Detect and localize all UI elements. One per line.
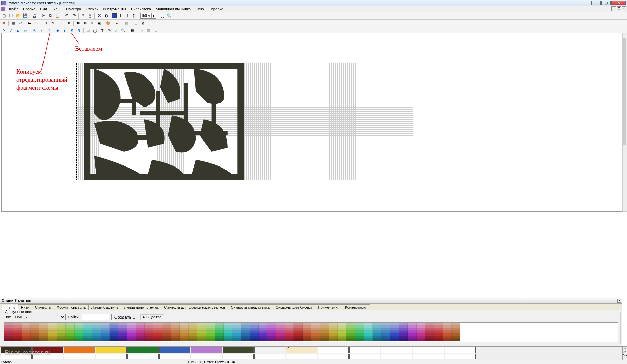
color-swatch[interactable]: [39, 333, 48, 336]
menu-вид[interactable]: Вид: [38, 7, 49, 11]
thread-swatch[interactable]: [254, 347, 285, 353]
color-swatch[interactable]: [417, 323, 425, 325]
color-swatch[interactable]: [92, 331, 101, 333]
thread-swatch-empty[interactable]: [223, 354, 254, 359]
color-swatch[interactable]: [83, 333, 92, 336]
color-swatch[interactable]: [39, 331, 48, 333]
color-swatch[interactable]: [22, 325, 31, 328]
color-swatch[interactable]: [390, 331, 399, 333]
minimize-button[interactable]: —: [591, 1, 601, 5]
color-swatch[interactable]: [13, 336, 22, 339]
bold-icon[interactable]: I: [117, 13, 124, 19]
color-swatch[interactable]: [136, 336, 145, 339]
thread-swatch[interactable]: [64, 347, 95, 353]
color-swatch[interactable]: [390, 333, 399, 336]
color-swatch[interactable]: [180, 333, 189, 336]
thread-swatch-empty[interactable]: [32, 354, 63, 359]
color-swatch[interactable]: [452, 333, 460, 336]
thread-swatch[interactable]: [223, 347, 254, 353]
fit-icon[interactable]: ⛶: [159, 13, 166, 19]
color-swatch[interactable]: [381, 331, 390, 333]
color-swatch[interactable]: [48, 325, 57, 328]
line-ne-icon[interactable]: ↗: [45, 28, 52, 34]
color-swatch[interactable]: [452, 325, 460, 328]
color-swatch[interactable]: [364, 339, 373, 341]
color-swatch[interactable]: [162, 323, 171, 325]
color-swatch[interactable]: [320, 333, 329, 336]
thread-swatch[interactable]: [381, 347, 412, 353]
palette-tab[interactable]: Нити: [18, 304, 32, 310]
color-swatch[interactable]: [232, 325, 241, 328]
color-swatch[interactable]: [346, 323, 355, 325]
color-swatch[interactable]: [294, 336, 303, 339]
vertical-scrollbar[interactable]: [622, 33, 627, 212]
color-swatch[interactable]: [127, 333, 136, 336]
color-swatch[interactable]: [110, 328, 118, 331]
color-swatch[interactable]: [224, 333, 232, 336]
special-icon[interactable]: ↯: [76, 28, 82, 34]
color-swatch[interactable]: [206, 333, 215, 336]
color-swatch[interactable]: [197, 325, 206, 328]
menu-окно[interactable]: Окно: [193, 7, 206, 11]
color-swatch[interactable]: [215, 331, 224, 333]
color-swatch[interactable]: [425, 325, 434, 328]
palette-tab[interactable]: Символы спец. стежка: [228, 304, 273, 310]
color-swatch[interactable]: [241, 331, 250, 333]
thread-swatch[interactable]: [96, 347, 127, 353]
thread-swatch-empty[interactable]: [127, 354, 159, 359]
color-swatch[interactable]: [92, 333, 101, 336]
color-swatch[interactable]: [417, 339, 425, 341]
color-swatch[interactable]: [39, 323, 48, 325]
color-swatch[interactable]: [75, 339, 83, 341]
flower-icon[interactable]: ❀: [65, 20, 72, 26]
color-swatch[interactable]: [338, 323, 346, 325]
palette-tab[interactable]: Символы для французских узелков: [161, 304, 228, 310]
thread-swatch-empty[interactable]: [349, 354, 380, 359]
convert-icon[interactable]: ↔: [114, 20, 121, 26]
thread-swatch[interactable]: [32, 347, 63, 353]
color-swatch[interactable]: [189, 331, 197, 333]
color-swatch[interactable]: [338, 325, 346, 328]
color-swatch[interactable]: [311, 331, 320, 333]
color-swatch[interactable]: [241, 339, 250, 341]
thread-swatch[interactable]: [445, 347, 476, 353]
color-swatch[interactable]: [303, 323, 311, 325]
color-swatch[interactable]: [162, 331, 171, 333]
color-swatch[interactable]: [355, 323, 364, 325]
color-swatch[interactable]: [267, 331, 276, 333]
new-multi-icon[interactable]: ❐: [8, 13, 15, 19]
color-swatch[interactable]: [408, 336, 417, 339]
color-swatch[interactable]: [83, 328, 92, 331]
color-swatch[interactable]: [311, 325, 320, 328]
color-swatch[interactable]: [294, 333, 303, 336]
color-swatch[interactable]: [118, 339, 127, 341]
color-swatch[interactable]: [355, 333, 364, 336]
cross-half-icon[interactable]: ◐: [103, 13, 110, 19]
color-swatch[interactable]: [31, 333, 39, 336]
color-swatch[interactable]: [408, 339, 417, 341]
color-swatch[interactable]: [118, 325, 127, 328]
help-icon[interactable]: ?: [80, 13, 86, 19]
thread-swatch-empty[interactable]: [159, 354, 190, 359]
color-swatch[interactable]: [434, 339, 443, 341]
thread-swatch-empty[interactable]: [318, 354, 349, 359]
color-swatch[interactable]: [197, 323, 206, 325]
color-swatch[interactable]: [355, 336, 364, 339]
color-swatch[interactable]: [215, 333, 224, 336]
color-swatch[interactable]: [31, 339, 39, 341]
color-swatch[interactable]: [408, 331, 417, 333]
color-swatch[interactable]: [232, 333, 241, 336]
palette-tab[interactable]: Символы: [32, 304, 54, 310]
doc-icon[interactable]: ▤: [129, 28, 136, 34]
color-swatch[interactable]: [232, 331, 241, 333]
color-swatch[interactable]: [381, 323, 390, 325]
color-swatch[interactable]: [127, 336, 136, 339]
new-icon[interactable]: ▢: [1, 13, 7, 19]
color-swatch[interactable]: [364, 333, 373, 336]
color-swatch[interactable]: [162, 328, 171, 331]
mdi-minimize-button[interactable]: —: [611, 6, 616, 11]
color-swatch[interactable]: [408, 333, 417, 336]
underline-icon[interactable]: I: [124, 13, 131, 19]
color-swatch[interactable]: [92, 339, 101, 341]
color-swatch[interactable]: [443, 328, 452, 331]
